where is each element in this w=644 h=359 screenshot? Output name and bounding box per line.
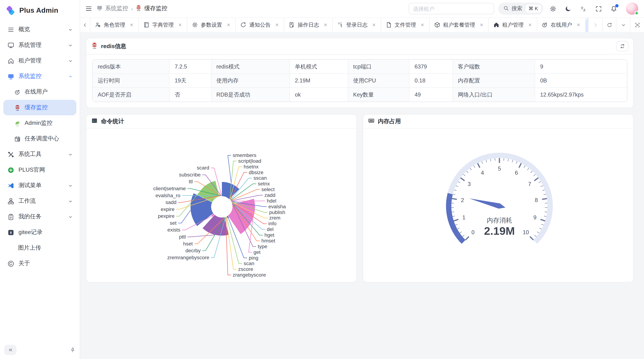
sidebar-item[interactable]: 工作流: [3, 193, 76, 209]
card-title: redis信息: [101, 42, 126, 50]
sidebar-footer: [3, 345, 76, 355]
dark-mode-button[interactable]: [565, 5, 572, 12]
sidebar-item[interactable]: springAdmin监控: [3, 115, 76, 131]
tab[interactable]: 在线用户: [537, 18, 586, 32]
pin-icon: [70, 347, 76, 353]
sidebar-item[interactable]: 租户管理: [3, 53, 76, 68]
menu-toggle-button[interactable]: [85, 5, 92, 12]
sidebar-item[interactable]: 测试菜单: [3, 178, 76, 193]
tenant-select-input[interactable]: [408, 3, 494, 14]
tabs-more-button[interactable]: [616, 18, 630, 32]
sidebar-item-label: 缓存监控: [25, 104, 48, 111]
rose-leader-line: [232, 201, 265, 201]
settings-button[interactable]: [550, 5, 556, 12]
info-label: 网络入口/出口: [453, 88, 535, 101]
close-icon[interactable]: [576, 22, 581, 27]
close-icon[interactable]: [528, 22, 532, 27]
svg-text:A: A: [583, 8, 585, 12]
sidebar-item[interactable]: 系统监控: [3, 68, 76, 84]
chevron-down-icon: [68, 183, 73, 188]
tabs-scroll-right-button[interactable]: [588, 18, 602, 32]
moon-icon: [565, 5, 572, 12]
tab-label: 操作日志: [298, 21, 319, 28]
close-icon[interactable]: [275, 22, 279, 27]
rose-slice-scard[interactable]: [222, 196, 222, 196]
tab[interactable]: 登录日志: [332, 18, 381, 32]
close-icon[interactable]: [372, 22, 376, 27]
sidebar-item-label: 概览: [18, 26, 30, 33]
app-logo[interactable]: Plus Admin: [3, 3, 76, 22]
sidebar-item[interactable]: ¥gitee记录: [3, 225, 76, 240]
refresh-button[interactable]: [616, 41, 628, 51]
sidebar-item[interactable]: 关于: [3, 256, 76, 271]
rose-label-publish: publish: [269, 209, 285, 215]
sidebar-item[interactable]: 任务调度中心: [3, 131, 76, 146]
sidebar-item[interactable]: PLUS官网: [3, 162, 76, 178]
rose-label-hget: hget: [264, 232, 274, 238]
language-button[interactable]: 文A: [580, 5, 587, 12]
translate-icon: 文A: [580, 5, 587, 12]
tab[interactable]: 角色管理: [90, 18, 139, 32]
clipboard-icon: [7, 213, 14, 220]
svg-text:¥: ¥: [10, 231, 12, 234]
sidebar-item[interactable]: 系统工具: [3, 147, 76, 162]
sidebar-collapse-button[interactable]: [4, 345, 16, 355]
info-label: AOF是否开启: [93, 88, 170, 101]
close-icon[interactable]: [479, 22, 484, 27]
close-icon[interactable]: [323, 22, 328, 27]
fullscreen-button[interactable]: [595, 5, 602, 12]
table-row: AOF是否开启否RDB是否成功okKey数量49网络入口/出口12.65kps/…: [93, 88, 627, 101]
info-value: 19天: [170, 74, 211, 88]
sidebar-item[interactable]: 系统管理: [3, 37, 76, 53]
global-search-button[interactable]: 搜索 ⌘ K: [498, 2, 543, 15]
rose-label-set: set: [170, 220, 176, 226]
command-stats-chart[interactable]: smembersscript|loadhsetnxdbsizesscansetn…: [86, 129, 356, 282]
sidebar-item-label: 系统监控: [18, 73, 42, 80]
rose-leader-line: [182, 196, 220, 196]
info-value: 单机模式: [290, 60, 348, 74]
tabs-scroll-left-button[interactable]: [80, 18, 90, 32]
close-icon[interactable]: [129, 22, 134, 27]
gear-icon: [192, 22, 198, 28]
info-label: RDB是否成功: [211, 88, 290, 101]
sidebar-pin-button[interactable]: [70, 347, 76, 353]
content-maximize-button[interactable]: [630, 18, 644, 32]
close-icon[interactable]: [420, 22, 424, 27]
sidebar-item[interactable]: 在线用户: [3, 84, 76, 100]
breadcrumb-item-cache-monitor[interactable]: redis 缓存监控: [136, 5, 167, 12]
redis-icon: redis: [91, 42, 98, 50]
chevron-down-icon: [620, 22, 626, 28]
sidebar-item[interactable]: 我的任务: [3, 209, 76, 225]
tab[interactable]: 操作日志: [284, 18, 332, 32]
collapse-icon: [8, 347, 13, 353]
sidebar-item-label: 测试菜单: [18, 182, 42, 189]
tab-label: 参数设置: [201, 21, 222, 28]
gauge-tick-label: 0: [472, 229, 474, 235]
rose-leader-line: [231, 195, 263, 201]
tab[interactable]: 通知公告: [236, 18, 284, 32]
sidebar-item[interactable]: 概览: [3, 22, 76, 37]
tab[interactable]: 字典管理: [139, 18, 187, 32]
memory-gauge-chart[interactable]: 012345678910内存消耗2.19M: [363, 129, 634, 282]
chevron-down-icon: [68, 27, 73, 32]
info-label: 使用CPU: [348, 74, 409, 88]
tab-refresh-button[interactable]: [602, 18, 616, 32]
close-icon[interactable]: [178, 22, 182, 27]
close-icon[interactable]: [226, 22, 231, 27]
breadcrumb-item-system-monitor[interactable]: 系统监控: [96, 5, 128, 12]
sidebar-item[interactable]: redis缓存监控: [3, 100, 76, 115]
notifications-button[interactable]: [610, 5, 617, 12]
rose-label-dbsize: dbsize: [249, 169, 264, 175]
tab[interactable]: 租户套餐管理: [430, 18, 489, 32]
redis-info-card-header: redis redis信息: [86, 38, 633, 55]
tab[interactable]: 文件管理: [381, 18, 430, 32]
sidebar-item[interactable]: 图片上传: [3, 240, 76, 256]
sidebar-item-label: Admin监控: [25, 119, 52, 127]
gauge-tick-label: 2: [461, 197, 464, 203]
tab[interactable]: 参数设置: [187, 18, 236, 32]
tab[interactable]: redis缓存监控: [586, 18, 588, 32]
rose-label-hsetnx: hsetnx: [244, 164, 259, 169]
tab[interactable]: 租户管理: [489, 18, 537, 32]
user-avatar[interactable]: [626, 2, 638, 15]
memory-usage-header: 内存占用: [363, 115, 634, 129]
